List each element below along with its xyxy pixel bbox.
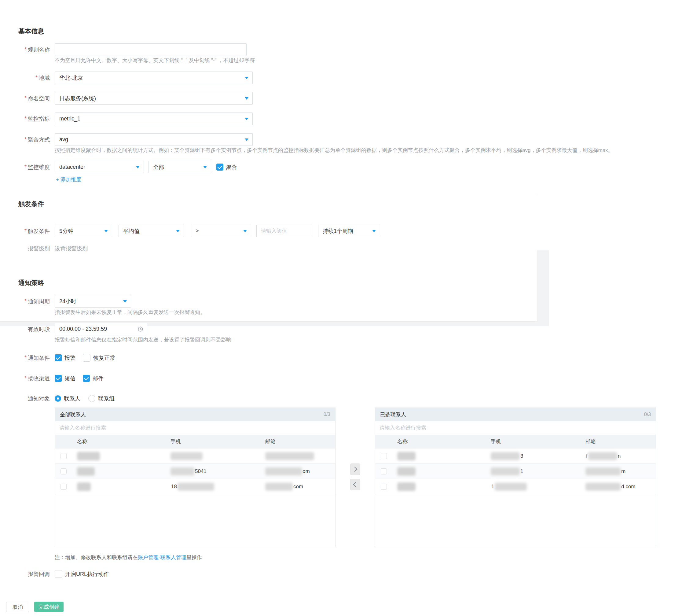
aggregate-checkbox[interactable] — [216, 163, 223, 171]
channel-sms-checkbox[interactable] — [55, 375, 62, 382]
condition-recover-label: 恢复正常 — [93, 354, 115, 362]
column-email: 邮箱 — [580, 438, 656, 445]
column-name: 名称 — [392, 438, 486, 445]
redacted-phone — [178, 483, 214, 491]
region-select[interactable]: 华北-北京 — [55, 71, 253, 84]
all-contacts-table: 全部联系人 0/3 名称 手机 邮箱 5041 om 18 co — [55, 408, 336, 547]
chevron-down-icon — [245, 77, 248, 79]
aggregation-label: 聚合方式 — [18, 136, 50, 144]
redacted-phone — [491, 452, 520, 460]
notify-cycle-hint: 指报警发生后如果未恢复正常，间隔多久重复发送一次报警通知。 — [55, 309, 205, 316]
chevron-down-icon — [245, 138, 248, 141]
metric-row: 监控指标 metric_1 — [18, 113, 253, 125]
row-checkbox[interactable] — [381, 453, 387, 459]
radio-dot-icon — [57, 397, 59, 400]
trigger-condition-label: 触发条件 — [18, 227, 50, 235]
trigger-stat-value: 平均值 — [123, 227, 140, 235]
section-title-trigger: 触发条件 — [18, 200, 44, 208]
redacted-name — [77, 482, 91, 491]
required-asterisk — [24, 298, 27, 305]
notify-cycle-select[interactable]: 24小时 — [55, 295, 131, 308]
trigger-duration-select[interactable]: 持续1个周期 — [318, 225, 380, 237]
target-group-label: 联系组 — [98, 395, 115, 402]
row-checkbox[interactable] — [381, 484, 387, 490]
notify-cycle-label: 通知周期 — [18, 298, 50, 305]
alert-callback-row: 报警回调 开启URL执行动作 — [18, 570, 109, 577]
trigger-stat-select[interactable]: 平均值 — [118, 225, 184, 237]
redacted-name — [77, 452, 100, 460]
check-icon — [84, 375, 89, 380]
rule-name-row: 规则名称 — [18, 44, 247, 56]
selected-contacts-table: 已选联系人 0/3 名称 手机 邮箱 3 fn 1 m 1 d.co — [375, 408, 656, 547]
trigger-condition-row: 触发条件 5分钟 平均值 > 持续1个周期 — [18, 225, 380, 237]
dimension-scope-select[interactable]: 全部 — [148, 161, 211, 173]
trigger-operator-value: > — [196, 228, 199, 234]
note-suffix: 里操作 — [186, 554, 202, 560]
channel-email-checkbox[interactable] — [83, 375, 90, 382]
chevron-down-icon — [176, 230, 180, 232]
rule-name-input[interactable] — [55, 43, 247, 56]
selected-contacts-count: 0/3 — [644, 412, 651, 417]
redacted-phone — [170, 467, 195, 476]
row-checkbox[interactable] — [61, 468, 67, 475]
cancel-button[interactable]: 取消 — [6, 602, 29, 612]
chevron-down-icon — [245, 118, 248, 120]
required-asterisk — [24, 115, 27, 122]
valid-time-row: 有效时段 00:00:00 - 23:59:59 — [18, 323, 147, 335]
url-action-checkbox[interactable] — [55, 570, 62, 578]
required-asterisk — [24, 355, 27, 361]
trigger-operator-select[interactable]: > — [191, 225, 251, 237]
phone-fragment: 5041 — [195, 468, 207, 475]
add-dimension-link[interactable]: + 添加维度 — [56, 176, 81, 183]
notify-cycle-value: 24小时 — [59, 298, 76, 305]
column-name: 名称 — [72, 438, 166, 445]
namespace-select[interactable]: 日志服务(系统) — [55, 92, 253, 105]
row-checkbox[interactable] — [381, 468, 387, 475]
required-asterisk — [24, 46, 27, 53]
required-asterisk — [24, 164, 27, 170]
redacted-email — [265, 467, 302, 476]
target-contact-radio[interactable] — [55, 395, 61, 402]
move-right-button[interactable] — [350, 463, 360, 475]
move-left-button[interactable] — [350, 479, 360, 490]
phone-fragment: 18 — [171, 484, 177, 490]
table-row: 18 com — [55, 479, 335, 494]
all-contacts-header: 全部联系人 0/3 — [55, 408, 335, 421]
phone-fragment: 3 — [520, 453, 523, 459]
url-action-label: 开启URL执行动作 — [65, 570, 109, 578]
notify-target-label: 通知对象 — [18, 395, 50, 402]
redacted-name — [397, 467, 416, 476]
account-contacts-link[interactable]: 账户管理-联系人管理 — [138, 554, 186, 560]
trigger-period-select[interactable]: 5分钟 — [55, 225, 112, 237]
table-row: 3 fn — [375, 448, 656, 464]
chevron-down-icon — [136, 166, 140, 169]
set-alert-level-action[interactable]: 设置报警级别 — [55, 245, 88, 252]
submit-button[interactable]: 完成创建 — [34, 602, 64, 612]
row-checkbox[interactable] — [61, 484, 67, 490]
aggregation-row: 聚合方式 avg — [18, 134, 253, 146]
dimension-key-select[interactable]: datacenter — [55, 161, 144, 173]
section-title-basic: 基本信息 — [18, 27, 44, 36]
section-divider — [0, 194, 537, 194]
row-checkbox[interactable] — [61, 453, 67, 459]
condition-alert-checkbox[interactable] — [55, 354, 62, 361]
redacted-email — [265, 452, 314, 460]
target-group-radio[interactable] — [88, 395, 95, 402]
metric-select[interactable]: metric_1 — [55, 112, 253, 125]
channel-sms-label: 短信 — [65, 375, 75, 382]
threshold-input[interactable] — [256, 225, 312, 237]
aggregation-select[interactable]: avg — [55, 133, 253, 146]
all-contacts-search-input[interactable] — [55, 425, 335, 431]
phone-fragment: 1 — [491, 484, 494, 490]
receive-channel-row: 接收渠道 短信 邮件 — [18, 375, 104, 382]
required-asterisk — [24, 228, 27, 234]
table-row: 1 d.com — [375, 479, 656, 494]
condition-recover-checkbox[interactable] — [83, 354, 90, 362]
valid-time-picker[interactable]: 00:00:00 - 23:59:59 — [55, 323, 147, 335]
region-row: 地域 华北-北京 — [18, 72, 253, 84]
selected-contacts-search-input[interactable] — [375, 425, 656, 431]
column-email: 邮箱 — [260, 438, 335, 445]
all-contacts-search — [55, 421, 335, 435]
notify-cycle-row: 通知周期 24小时 — [18, 295, 131, 307]
notify-target-row: 通知对象 联系人 联系组 — [18, 395, 115, 402]
